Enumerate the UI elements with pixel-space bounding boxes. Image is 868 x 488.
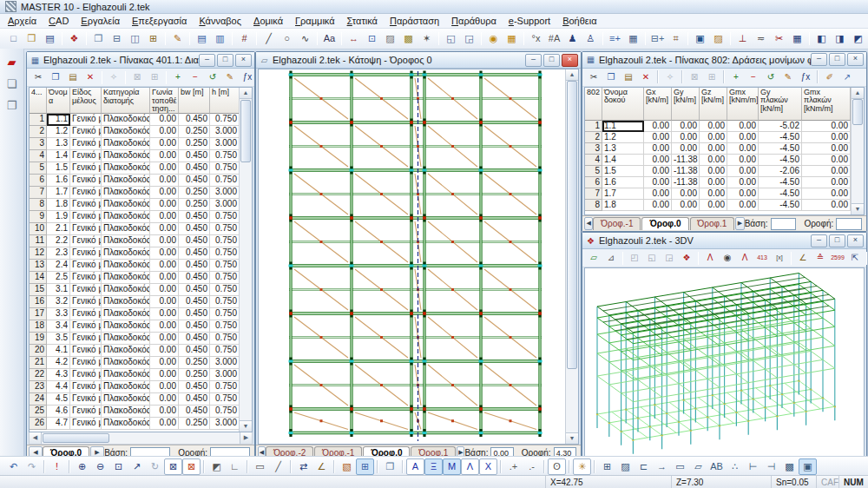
table-cell[interactable]: 3.000 xyxy=(210,418,240,430)
tools-icon[interactable]: ✶ xyxy=(418,30,436,47)
table-cell[interactable]: 0.450 xyxy=(179,114,210,126)
search-doc-icon[interactable]: ◉ xyxy=(484,30,503,47)
table-cell[interactable]: 0.00 xyxy=(150,223,179,235)
table-cell[interactable]: 1.6 xyxy=(47,175,70,187)
table-cell[interactable]: 0.00 xyxy=(700,166,727,177)
table-cell[interactable]: 0.450 xyxy=(179,381,210,393)
table-cell[interactable]: 3.2 xyxy=(47,296,70,308)
scroll-left-arrow[interactable]: ◀ xyxy=(30,432,42,444)
table-cell[interactable]: 0.00 xyxy=(150,114,179,126)
table-cell[interactable]: Γενικό μέ xyxy=(70,406,102,418)
table-cell[interactable]: 0.00 xyxy=(150,175,179,187)
hatch-icon[interactable]: ▨ xyxy=(381,30,399,47)
table-cell[interactable]: 0.00 xyxy=(672,200,700,211)
table-cell[interactable]: 0.00 xyxy=(150,162,179,175)
column-header[interactable]: Είδος μέλους xyxy=(70,88,102,114)
window-titlebar[interactable]: ▱ Elghazouli 2.tek - Κάτοψη - Όροφος 0 –… xyxy=(256,52,581,69)
table-cell[interactable]: 1.7 xyxy=(47,187,70,199)
slope-icon[interactable]: ∠ xyxy=(794,250,812,266)
search-hatch-icon[interactable]: ▦ xyxy=(503,30,521,47)
page-setup-icon[interactable]: ⊞ xyxy=(144,30,162,47)
zoom-pan-icon[interactable]: ↗ xyxy=(128,458,146,475)
scroll-down-arrow[interactable]: ▼ xyxy=(240,420,252,432)
table-cell[interactable]: 0.00 xyxy=(802,143,851,155)
table-cell[interactable]: 0.450 xyxy=(179,247,210,260)
table-cell[interactable]: Πλακοδοκός xyxy=(102,345,150,357)
split-cells-icon[interactable]: ⊞ xyxy=(146,69,163,85)
table-cell[interactable]: 4.5 xyxy=(47,393,70,406)
table-cell[interactable]: 1.4 xyxy=(602,155,644,166)
table-cell[interactable]: Γενικό μέ xyxy=(70,308,102,320)
view-top-icon[interactable]: ◲ xyxy=(661,250,678,266)
table-cell[interactable]: 1.8 xyxy=(47,199,70,211)
table-cell[interactable]: Γενικό μέ xyxy=(70,150,102,162)
add-row-icon[interactable]: + xyxy=(727,69,745,85)
window-front-icon[interactable]: ◨ xyxy=(831,30,849,47)
table-cell[interactable]: 1.8 xyxy=(602,200,644,211)
table-cell[interactable]: 0.450 xyxy=(179,320,210,333)
zoom-in-icon[interactable]: ⊕ xyxy=(73,458,91,475)
edit-pencil-icon[interactable]: ✎ xyxy=(168,30,187,47)
paste-icon[interactable]: ▤ xyxy=(64,69,82,85)
table-cell[interactable]: 3.3 xyxy=(47,308,70,320)
table-cell[interactable]: Πλακοδοκός xyxy=(102,381,150,393)
redraw-icon[interactable]: ⊠ xyxy=(182,458,201,475)
table-cell[interactable]: -11.38 xyxy=(672,177,700,188)
menu-item-cad[interactable]: CAD xyxy=(43,15,75,27)
row-number-cell[interactable]: 3 xyxy=(30,138,47,150)
table-cell[interactable]: 0.450 xyxy=(179,333,210,345)
remove-row-icon[interactable]: − xyxy=(745,69,762,85)
table-cell[interactable]: Πλακοδοκός xyxy=(102,150,150,162)
table-cell[interactable]: 0.450 xyxy=(179,284,210,296)
row-number-cell[interactable]: 26 xyxy=(30,418,47,430)
row-number-cell[interactable]: 7 xyxy=(585,188,602,200)
row-number-cell[interactable]: 24 xyxy=(30,393,47,406)
table-cell[interactable]: Πλακοδοκός xyxy=(102,393,150,406)
table-cell[interactable]: 0.00 xyxy=(672,188,700,200)
table-cell[interactable]: 0.750 xyxy=(210,260,240,272)
copy-icon[interactable]: ❐ xyxy=(602,69,620,85)
remove-row-icon[interactable]: − xyxy=(187,69,204,85)
row-number-cell[interactable]: 17 xyxy=(30,308,47,320)
table-cell[interactable]: Γενικό μέ xyxy=(70,418,102,430)
minimize-button[interactable]: – xyxy=(811,234,827,247)
table-cell[interactable]: 0.00 xyxy=(727,132,759,143)
row-number-cell[interactable]: 13 xyxy=(30,260,47,272)
snap-grid-icon[interactable]: ⊞ xyxy=(598,458,616,475)
row-number-cell[interactable]: 16 xyxy=(30,296,47,308)
table-cell[interactable]: 0.250 xyxy=(179,187,210,199)
table-cell[interactable]: 0.00 xyxy=(150,211,179,223)
redo-icon[interactable]: ↷ xyxy=(23,458,41,475)
roof-field[interactable] xyxy=(836,218,862,230)
scroll-up-arrow[interactable]: ▲ xyxy=(240,88,252,99)
layer-a-icon[interactable]: A xyxy=(406,458,424,475)
table-cell[interactable]: 0.750 xyxy=(210,223,240,235)
table-cell[interactable]: 0.00 xyxy=(150,272,179,284)
row-number-cell[interactable]: 3 xyxy=(585,143,602,155)
table-cell[interactable]: -11.38 xyxy=(672,155,700,166)
table-cell[interactable]: 0.750 xyxy=(210,345,240,357)
column-header[interactable]: Gy [kN/m] xyxy=(672,88,700,121)
table-cell[interactable]: 1.3 xyxy=(602,143,644,155)
table-cell[interactable]: Πλακοδοκός xyxy=(102,126,150,138)
table-cell[interactable]: 1.7 xyxy=(602,188,644,200)
row-number-cell[interactable]: 1 xyxy=(585,121,602,132)
table-cell[interactable]: 0.00 xyxy=(672,143,700,155)
table-cell[interactable]: 0.750 xyxy=(210,211,240,223)
table-cell[interactable]: 0.00 xyxy=(150,333,179,345)
table-cell[interactable]: 1.1 xyxy=(47,114,70,126)
member-down-icon[interactable]: ♟ xyxy=(563,30,582,47)
layer-lambda-icon[interactable]: Λ xyxy=(461,458,479,475)
table-cell[interactable]: 0.00 xyxy=(700,132,727,143)
table-cell[interactable]: 0.00 xyxy=(150,126,179,138)
delete-row-icon[interactable]: ✕ xyxy=(82,69,99,85)
snap-ab-icon[interactable]: AB xyxy=(707,458,726,475)
text-tool-icon[interactable]: Aa xyxy=(320,30,339,47)
close-button[interactable]: × xyxy=(847,53,864,66)
row-number-cell[interactable]: 2 xyxy=(585,132,602,143)
table-cell[interactable]: Γενικό μέ xyxy=(70,333,102,345)
undo-icon[interactable]: ↶ xyxy=(4,458,23,475)
table-cell[interactable]: Πλακοδοκός xyxy=(102,357,150,369)
split-cells-icon[interactable]: ⊞ xyxy=(703,69,720,85)
table-cell[interactable]: 0.00 xyxy=(150,296,179,308)
